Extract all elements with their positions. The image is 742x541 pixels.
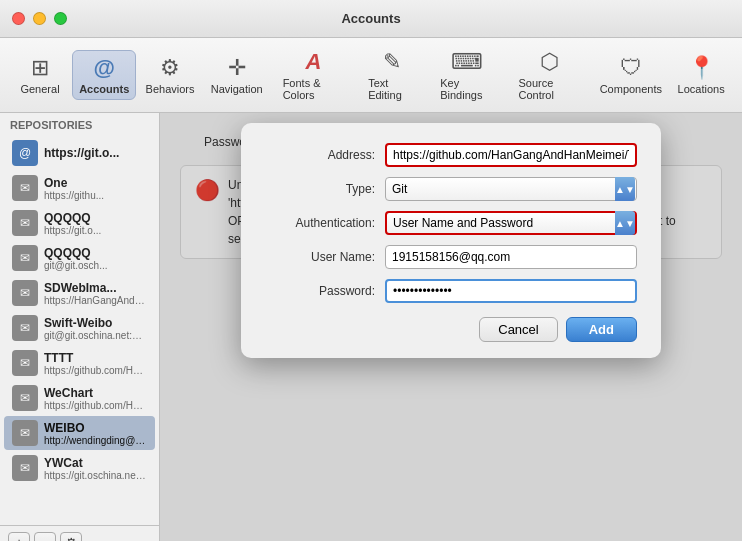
auth-select[interactable]: User Name and Password OAuth Token	[385, 211, 637, 235]
type-label: Type:	[265, 182, 375, 196]
main-content: Repositories @ https://git.o... ✉ One ht…	[0, 113, 742, 541]
sidebar-item-repo3[interactable]: ✉ QQQQQ git@git.osch...	[4, 241, 155, 275]
repo-name-7: WeChart	[44, 386, 147, 400]
password-label: Password:	[265, 284, 375, 298]
settings-button[interactable]: ⚙	[60, 532, 82, 541]
dialog-overlay: Address: Type: Git Subversion ▲▼	[160, 113, 742, 541]
repo-name-2: QQQQQ	[44, 211, 101, 225]
fonts-icon: A	[305, 49, 321, 75]
auth-row: Authentication: User Name and Password O…	[265, 211, 637, 235]
toolbar-navigation-label: Navigation	[211, 83, 263, 95]
titlebar: Accounts	[0, 0, 742, 38]
repo-name-6: TTTT	[44, 351, 147, 365]
detail-panel: Password: •••••••••• 🔴 Unable to connect…	[160, 113, 742, 541]
toolbar-fonts-colors[interactable]: A Fonts & Colors	[272, 44, 355, 106]
sidebar-item-repo5[interactable]: ✉ Swift-Weibo git@git.oschina.net:wendin…	[4, 311, 155, 345]
repo-icon-8: ✉	[12, 420, 38, 446]
toolbar-general-label: General	[20, 83, 59, 95]
add-button[interactable]: Add	[566, 317, 637, 342]
toolbar-locations[interactable]: 📍 Locations	[670, 50, 732, 100]
repo-url-2: https://git.o...	[44, 225, 101, 236]
cancel-button[interactable]: Cancel	[479, 317, 557, 342]
toolbar-behaviors-label: Behaviors	[146, 83, 195, 95]
sidebar-item-repo6[interactable]: ✉ TTTT https://github.com/HanGangA...	[4, 346, 155, 380]
toolbar-accounts[interactable]: @ Accounts	[72, 50, 136, 100]
key-bindings-icon: ⌨	[451, 49, 483, 75]
accounts-icon: @	[93, 55, 114, 81]
toolbar-components[interactable]: 🛡 Components	[593, 50, 668, 100]
dialog-buttons: Cancel Add	[265, 317, 637, 342]
type-select[interactable]: Git Subversion	[385, 177, 637, 201]
window-controls	[12, 12, 67, 25]
add-repo-button[interactable]: +	[8, 532, 30, 541]
repo-name-0: https://git.o...	[44, 146, 119, 160]
username-label: User Name:	[265, 250, 375, 264]
toolbar-behaviors[interactable]: ⚙ Behaviors	[138, 50, 201, 100]
toolbar-accounts-label: Accounts	[79, 83, 129, 95]
repo-url-9: https://git.oschina.net/hzins/...	[44, 470, 147, 481]
repo-url-5: git@git.oschina.net:wendingdi...	[44, 330, 147, 341]
repo-url-6: https://github.com/HanGangA...	[44, 365, 147, 376]
sidebar: Repositories @ https://git.o... ✉ One ht…	[0, 113, 160, 541]
toolbar-general[interactable]: ⊞ General	[10, 50, 70, 100]
text-editing-icon: ✎	[383, 49, 401, 75]
general-icon: ⊞	[31, 55, 49, 81]
sidebar-item-repo4[interactable]: ✉ SDWebIma... https://HanGangAndH...	[4, 276, 155, 310]
repo-name-9: YWCat	[44, 456, 147, 470]
address-input[interactable]	[385, 143, 637, 167]
toolbar-navigation[interactable]: ✛ Navigation	[204, 50, 270, 100]
username-input[interactable]	[385, 245, 637, 269]
source-control-icon: ⬡	[540, 49, 559, 75]
toolbar-key-bindings[interactable]: ⌨ Key Bindings	[429, 44, 505, 106]
toolbar-source-control[interactable]: ⬡ Source Control	[507, 44, 591, 106]
repo-url-7: https://github.com/HanGangA...	[44, 400, 147, 411]
toolbar-source-control-label: Source Control	[518, 77, 580, 101]
add-account-dialog: Address: Type: Git Subversion ▲▼	[241, 123, 661, 358]
sidebar-header: Repositories	[0, 113, 159, 135]
repo-url-1: https://githu...	[44, 190, 104, 201]
toolbar-text-editing[interactable]: ✎ Text Editing	[357, 44, 427, 106]
repo-icon-2: ✉	[12, 210, 38, 236]
repo-icon-7: ✉	[12, 385, 38, 411]
address-row: Address:	[265, 143, 637, 167]
repo-name-1: One	[44, 176, 104, 190]
sidebar-item-repo2[interactable]: ✉ QQQQQ https://git.o...	[4, 206, 155, 240]
sidebar-item-repo7[interactable]: ✉ WeChart https://github.com/HanGangA...	[4, 381, 155, 415]
auth-select-wrapper: User Name and Password OAuth Token ▲▼	[385, 211, 637, 235]
sidebar-item-repo1[interactable]: ✉ One https://githu...	[4, 171, 155, 205]
password-row: Password:	[265, 279, 637, 303]
toolbar-key-bindings-label: Key Bindings	[440, 77, 494, 101]
repo-name-5: Swift-Weibo	[44, 316, 147, 330]
repo-icon-0: @	[12, 140, 38, 166]
repo-icon-4: ✉	[12, 280, 38, 306]
type-row: Type: Git Subversion ▲▼	[265, 177, 637, 201]
repository-list: @ https://git.o... ✉ One https://githu..…	[0, 135, 159, 525]
sidebar-footer: + − ⚙	[0, 525, 159, 541]
auth-label: Authentication:	[265, 216, 375, 230]
repo-icon-1: ✉	[12, 175, 38, 201]
toolbar-text-editing-label: Text Editing	[368, 77, 416, 101]
toolbar-fonts-label: Fonts & Colors	[283, 77, 344, 101]
repo-name-4: SDWebIma...	[44, 281, 147, 295]
close-button[interactable]	[12, 12, 25, 25]
repo-icon-9: ✉	[12, 455, 38, 481]
password-input[interactable]	[385, 279, 637, 303]
sidebar-item-repo9[interactable]: ✉ YWCat https://git.oschina.net/hzins/..…	[4, 451, 155, 485]
repo-url-4: https://HanGangAndH...	[44, 295, 147, 306]
navigation-icon: ✛	[228, 55, 246, 81]
repo-icon-6: ✉	[12, 350, 38, 376]
type-select-wrapper: Git Subversion ▲▼	[385, 177, 637, 201]
address-label: Address:	[265, 148, 375, 162]
window-title: Accounts	[341, 11, 400, 26]
minimize-button[interactable]	[33, 12, 46, 25]
repo-name-8: WEIBO	[44, 421, 147, 435]
username-row: User Name:	[265, 245, 637, 269]
sidebar-item-repo0[interactable]: @ https://git.o...	[4, 136, 155, 170]
sidebar-item-repo8[interactable]: ✉ WEIBO http://wendingding@172.16.19...	[4, 416, 155, 450]
maximize-button[interactable]	[54, 12, 67, 25]
toolbar: ⊞ General @ Accounts ⚙ Behaviors ✛ Navig…	[0, 38, 742, 113]
repo-icon-5: ✉	[12, 315, 38, 341]
remove-repo-button[interactable]: −	[34, 532, 56, 541]
toolbar-components-label: Components	[600, 83, 662, 95]
repo-icon-3: ✉	[12, 245, 38, 271]
